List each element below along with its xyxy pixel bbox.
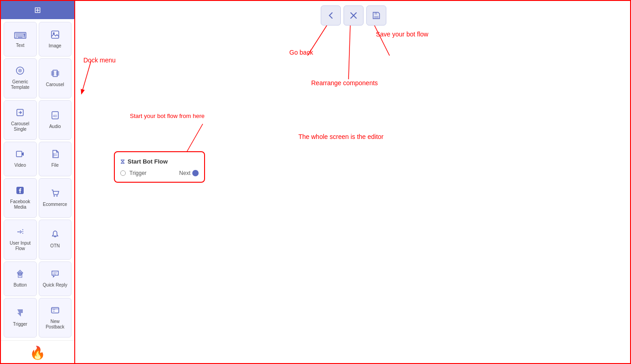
new-postback-icon	[51, 306, 60, 317]
bot-flow-title: ⧖ Start Bot Flow	[120, 158, 199, 165]
sidebar-label-user-input-flow: User Input Flow	[6, 241, 35, 251]
trigger-label: Trigger	[120, 170, 147, 176]
sidebar-label-ecommerce: Ecommerce	[43, 202, 67, 207]
audio-icon: 40	[51, 111, 60, 122]
sidebar-label-otn: OTN	[50, 243, 60, 249]
annotation-whole-screen: The whole screen is the editor	[298, 133, 384, 140]
next-circle[interactable]	[192, 170, 199, 176]
sidebar-item-new-postback[interactable]: New Postback	[39, 298, 72, 338]
toolbar	[321, 5, 386, 26]
sidebar-item-otn[interactable]: OTN	[39, 220, 72, 259]
sidebar-label-trigger: Trigger	[13, 322, 27, 327]
sidebar-item-carousel[interactable]: Carousel	[39, 58, 72, 98]
carousel-single-icon	[15, 108, 25, 119]
trigger-radio[interactable]	[120, 170, 126, 176]
editor-area[interactable]: Dock menu Start your bot flow from here …	[75, 1, 631, 364]
go-back-button[interactable]	[321, 5, 341, 26]
ecommerce-icon	[51, 189, 60, 200]
svg-rect-6	[56, 71, 59, 76]
quick-reply-icon	[51, 269, 60, 281]
carousel-icon	[51, 69, 60, 80]
sidebar-item-ecommerce[interactable]: Ecommerce	[39, 178, 72, 218]
bot-flow-icon: ⧖	[120, 158, 125, 165]
bot-flow-row: Trigger Next	[120, 170, 199, 176]
svg-line-27	[373, 22, 390, 56]
sidebar-header: ⊞	[1, 1, 74, 19]
button-icon	[15, 269, 25, 281]
sidebar-label-new-postback: New Postback	[41, 319, 70, 330]
svg-rect-21	[374, 12, 377, 15]
sidebar-grid: ⌨ Text Image Generic Template	[1, 19, 74, 340]
sidebar-label-audio: Audio	[49, 124, 61, 129]
sidebar-item-button[interactable]: Button	[4, 261, 37, 296]
sidebar-label-quick-reply: Quick Reply	[43, 282, 67, 288]
video-icon	[15, 149, 25, 161]
annotation-dock-menu: Dock menu	[83, 56, 116, 64]
generic-template-icon	[15, 66, 25, 77]
sidebar-label-video: Video	[15, 163, 26, 168]
sidebar-item-file[interactable]: File	[39, 142, 72, 176]
sidebar-item-video[interactable]: Video	[4, 142, 37, 176]
svg-rect-18	[51, 308, 59, 313]
annotation-start-here: Start your bot flow from here	[130, 113, 205, 119]
svg-point-15	[56, 195, 57, 197]
bot-flow-title-text: Start Bot Flow	[128, 158, 168, 165]
svg-point-14	[53, 195, 55, 197]
annotation-save: Save your bot flow	[376, 31, 428, 38]
svg-point-3	[18, 69, 22, 72]
otn-icon	[51, 230, 60, 241]
sidebar-item-audio[interactable]: 40 Audio	[39, 100, 72, 140]
sidebar-label-carousel: Carousel	[46, 82, 64, 87]
user-input-flow-icon	[15, 227, 25, 239]
sidebar: ⊞ ⌨ Text Image Generic	[1, 1, 75, 364]
sidebar-label-text: Text	[16, 43, 24, 48]
sidebar-footer: 🔥	[1, 340, 74, 364]
svg-line-23	[82, 61, 91, 92]
annotation-go-back: Go back	[289, 49, 313, 56]
sidebar-item-text[interactable]: ⌨ Text	[4, 22, 37, 56]
image-icon	[51, 30, 60, 41]
trigger-text: Trigger	[129, 170, 147, 176]
sidebar-item-generic-template[interactable]: Generic Template	[4, 58, 37, 98]
bot-flow-card[interactable]: ⧖ Start Bot Flow Trigger Next	[114, 151, 205, 183]
flame-icon: 🔥	[30, 345, 46, 360]
sidebar-label-button: Button	[14, 282, 27, 288]
sidebar-label-carousel-single: Carousel Single	[6, 121, 35, 132]
svg-text:40: 40	[53, 114, 57, 118]
sidebar-label-file: File	[51, 163, 59, 168]
next-label: Next	[179, 170, 199, 176]
grid-icon: ⊞	[34, 5, 41, 15]
file-icon	[51, 149, 60, 161]
svg-rect-0	[51, 31, 59, 38]
sidebar-item-carousel-single[interactable]: Carousel Single	[4, 100, 37, 140]
svg-line-26	[349, 22, 350, 79]
sidebar-item-quick-reply[interactable]: Quick Reply	[39, 261, 72, 296]
save-button[interactable]	[366, 5, 386, 26]
sidebar-item-user-input-flow[interactable]: User Input Flow	[4, 220, 37, 259]
sidebar-label-image: Image	[49, 43, 62, 49]
sidebar-label-facebook-media: Facebook Media	[6, 199, 35, 210]
svg-line-25	[308, 21, 329, 56]
annotation-rearrange: Rearrange components	[311, 79, 378, 87]
next-text: Next	[179, 170, 190, 176]
sidebar-item-image[interactable]: Image	[39, 22, 72, 56]
svg-rect-10	[16, 151, 22, 157]
facebook-icon	[15, 186, 25, 197]
sidebar-label-generic-template: Generic Template	[6, 79, 35, 90]
rearrange-button[interactable]	[344, 5, 364, 26]
sidebar-item-trigger[interactable]: Trigger	[4, 298, 37, 338]
trigger-icon	[15, 308, 25, 320]
sidebar-item-facebook-media[interactable]: Facebook Media	[4, 178, 37, 218]
svg-rect-22	[374, 16, 379, 18]
keyboard-icon: ⌨	[14, 30, 27, 41]
